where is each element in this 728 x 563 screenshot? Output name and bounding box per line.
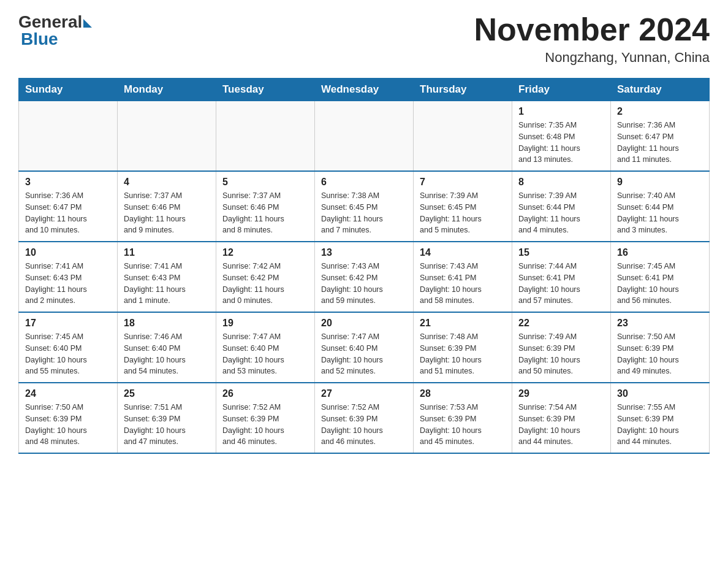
calendar-week-row: 3Sunrise: 7:36 AMSunset: 6:47 PMDaylight… <box>19 171 710 242</box>
calendar-week-row: 24Sunrise: 7:50 AMSunset: 6:39 PMDayligh… <box>19 383 710 453</box>
day-number: 9 <box>617 177 703 188</box>
day-info: Sunrise: 7:52 AMSunset: 6:39 PMDaylight:… <box>321 402 407 448</box>
day-info: Sunrise: 7:36 AMSunset: 6:47 PMDaylight:… <box>617 120 703 166</box>
logo-blue-text: Blue <box>21 29 58 49</box>
table-row: 22Sunrise: 7:49 AMSunset: 6:39 PMDayligh… <box>512 312 611 383</box>
day-number: 12 <box>222 247 308 258</box>
day-number: 16 <box>617 247 703 258</box>
day-number: 1 <box>518 106 604 117</box>
day-info: Sunrise: 7:41 AMSunset: 6:43 PMDaylight:… <box>25 261 111 307</box>
day-number: 13 <box>321 247 407 258</box>
day-info: Sunrise: 7:51 AMSunset: 6:39 PMDaylight:… <box>124 402 210 448</box>
day-number: 28 <box>420 388 506 399</box>
table-row: 2Sunrise: 7:36 AMSunset: 6:47 PMDaylight… <box>611 101 710 172</box>
day-info: Sunrise: 7:39 AMSunset: 6:45 PMDaylight:… <box>420 190 506 236</box>
table-row: 17Sunrise: 7:45 AMSunset: 6:40 PMDayligh… <box>19 312 118 383</box>
calendar-week-row: 10Sunrise: 7:41 AMSunset: 6:43 PMDayligh… <box>19 242 710 312</box>
table-row: 27Sunrise: 7:52 AMSunset: 6:39 PMDayligh… <box>315 383 414 453</box>
table-row <box>19 101 118 172</box>
day-info: Sunrise: 7:40 AMSunset: 6:44 PMDaylight:… <box>617 190 703 236</box>
table-row <box>216 101 315 172</box>
day-info: Sunrise: 7:47 AMSunset: 6:40 PMDaylight:… <box>222 331 308 377</box>
calendar-header-row: Sunday Monday Tuesday Wednesday Thursday… <box>19 79 710 101</box>
day-number: 25 <box>124 388 210 399</box>
day-info: Sunrise: 7:54 AMSunset: 6:39 PMDaylight:… <box>518 402 604 448</box>
day-number: 4 <box>124 177 210 188</box>
day-number: 7 <box>420 177 506 188</box>
day-number: 3 <box>25 177 111 188</box>
table-row: 10Sunrise: 7:41 AMSunset: 6:43 PMDayligh… <box>19 242 118 312</box>
day-info: Sunrise: 7:43 AMSunset: 6:41 PMDaylight:… <box>420 261 506 307</box>
day-info: Sunrise: 7:47 AMSunset: 6:40 PMDaylight:… <box>321 331 407 377</box>
day-info: Sunrise: 7:37 AMSunset: 6:46 PMDaylight:… <box>124 190 210 236</box>
table-row <box>315 101 414 172</box>
day-number: 20 <box>321 318 407 329</box>
calendar-week-row: 1Sunrise: 7:35 AMSunset: 6:48 PMDaylight… <box>19 101 710 172</box>
table-row: 3Sunrise: 7:36 AMSunset: 6:47 PMDaylight… <box>19 171 118 242</box>
table-row: 8Sunrise: 7:39 AMSunset: 6:44 PMDaylight… <box>512 171 611 242</box>
logo: General Blue <box>18 12 92 49</box>
col-tuesday: Tuesday <box>216 79 315 101</box>
table-row: 7Sunrise: 7:39 AMSunset: 6:45 PMDaylight… <box>414 171 512 242</box>
table-row: 12Sunrise: 7:42 AMSunset: 6:42 PMDayligh… <box>216 242 315 312</box>
day-number: 29 <box>518 388 604 399</box>
day-info: Sunrise: 7:41 AMSunset: 6:43 PMDaylight:… <box>124 261 210 307</box>
day-number: 5 <box>222 177 308 188</box>
day-info: Sunrise: 7:37 AMSunset: 6:46 PMDaylight:… <box>222 190 308 236</box>
table-row: 15Sunrise: 7:44 AMSunset: 6:41 PMDayligh… <box>512 242 611 312</box>
calendar-table: Sunday Monday Tuesday Wednesday Thursday… <box>18 78 710 454</box>
day-number: 15 <box>518 247 604 258</box>
day-info: Sunrise: 7:50 AMSunset: 6:39 PMDaylight:… <box>25 402 111 448</box>
day-info: Sunrise: 7:42 AMSunset: 6:42 PMDaylight:… <box>222 261 308 307</box>
table-row: 14Sunrise: 7:43 AMSunset: 6:41 PMDayligh… <box>414 242 512 312</box>
day-number: 6 <box>321 177 407 188</box>
page-header: General Blue November 2024 Nongzhang, Yu… <box>18 12 710 66</box>
table-row: 11Sunrise: 7:41 AMSunset: 6:43 PMDayligh… <box>118 242 216 312</box>
col-wednesday: Wednesday <box>315 79 414 101</box>
table-row: 21Sunrise: 7:48 AMSunset: 6:39 PMDayligh… <box>414 312 512 383</box>
day-info: Sunrise: 7:36 AMSunset: 6:47 PMDaylight:… <box>25 190 111 236</box>
table-row: 30Sunrise: 7:55 AMSunset: 6:39 PMDayligh… <box>611 383 710 453</box>
day-number: 26 <box>222 388 308 399</box>
day-info: Sunrise: 7:39 AMSunset: 6:44 PMDaylight:… <box>518 190 604 236</box>
table-row: 18Sunrise: 7:46 AMSunset: 6:40 PMDayligh… <box>118 312 216 383</box>
day-info: Sunrise: 7:45 AMSunset: 6:40 PMDaylight:… <box>25 331 111 377</box>
logo-arrow-icon <box>83 19 92 28</box>
day-number: 22 <box>518 318 604 329</box>
table-row: 29Sunrise: 7:54 AMSunset: 6:39 PMDayligh… <box>512 383 611 453</box>
day-info: Sunrise: 7:52 AMSunset: 6:39 PMDaylight:… <box>222 402 308 448</box>
day-info: Sunrise: 7:55 AMSunset: 6:39 PMDaylight:… <box>617 402 703 448</box>
month-title: November 2024 <box>474 12 710 47</box>
day-number: 23 <box>617 318 703 329</box>
table-row: 20Sunrise: 7:47 AMSunset: 6:40 PMDayligh… <box>315 312 414 383</box>
location: Nongzhang, Yunnan, China <box>474 50 710 66</box>
day-info: Sunrise: 7:38 AMSunset: 6:45 PMDaylight:… <box>321 190 407 236</box>
day-number: 21 <box>420 318 506 329</box>
day-info: Sunrise: 7:46 AMSunset: 6:40 PMDaylight:… <box>124 331 210 377</box>
day-info: Sunrise: 7:48 AMSunset: 6:39 PMDaylight:… <box>420 331 506 377</box>
title-area: November 2024 Nongzhang, Yunnan, China <box>474 12 710 66</box>
day-number: 10 <box>25 247 111 258</box>
day-number: 30 <box>617 388 703 399</box>
table-row: 16Sunrise: 7:45 AMSunset: 6:41 PMDayligh… <box>611 242 710 312</box>
day-number: 2 <box>617 106 703 117</box>
day-info: Sunrise: 7:49 AMSunset: 6:39 PMDaylight:… <box>518 331 604 377</box>
day-number: 8 <box>518 177 604 188</box>
day-number: 19 <box>222 318 308 329</box>
table-row <box>414 101 512 172</box>
table-row: 6Sunrise: 7:38 AMSunset: 6:45 PMDaylight… <box>315 171 414 242</box>
calendar-week-row: 17Sunrise: 7:45 AMSunset: 6:40 PMDayligh… <box>19 312 710 383</box>
day-info: Sunrise: 7:45 AMSunset: 6:41 PMDaylight:… <box>617 261 703 307</box>
table-row: 5Sunrise: 7:37 AMSunset: 6:46 PMDaylight… <box>216 171 315 242</box>
table-row: 13Sunrise: 7:43 AMSunset: 6:42 PMDayligh… <box>315 242 414 312</box>
col-monday: Monday <box>118 79 216 101</box>
day-number: 14 <box>420 247 506 258</box>
table-row: 4Sunrise: 7:37 AMSunset: 6:46 PMDaylight… <box>118 171 216 242</box>
table-row: 24Sunrise: 7:50 AMSunset: 6:39 PMDayligh… <box>19 383 118 453</box>
day-number: 11 <box>124 247 210 258</box>
table-row <box>118 101 216 172</box>
day-number: 27 <box>321 388 407 399</box>
table-row: 25Sunrise: 7:51 AMSunset: 6:39 PMDayligh… <box>118 383 216 453</box>
day-number: 18 <box>124 318 210 329</box>
col-thursday: Thursday <box>414 79 512 101</box>
